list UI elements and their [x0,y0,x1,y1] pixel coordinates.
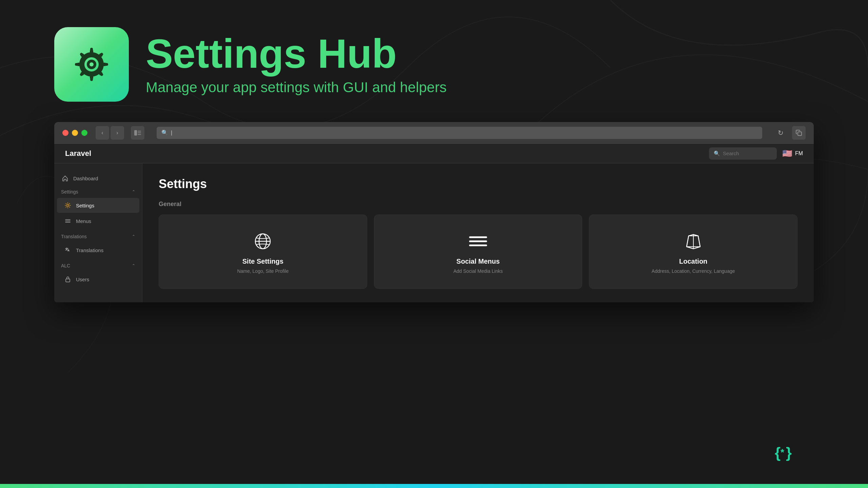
location-subtitle: Address, Location, Currency, Language [652,268,735,275]
sidebar-section-translations: Translations ⌃ Translations [54,231,142,258]
browser-titlebar: ‹ › 🔍 | ↻ [54,122,814,144]
url-bar[interactable]: 🔍 | [157,127,762,139]
sidebar-item-translations[interactable]: Translations [57,243,139,258]
navbar-search-icon: 🔍 [714,150,720,157]
location-title: Location [679,258,707,265]
navbar-search-input[interactable] [723,150,772,156]
hero-title: Settings Hub [146,33,447,74]
app-logo [54,27,129,102]
sidebar-section-translations-header[interactable]: Translations ⌃ [54,231,142,242]
svg-rect-17 [138,134,141,135]
traffic-lights [62,130,87,136]
sidebar-item-settings[interactable]: Settings [57,198,139,213]
social-menus-subtitle: Add Social Media Links [453,268,503,275]
minimize-button[interactable] [72,130,78,136]
site-settings-subtitle: Name, Logo, Site Profile [237,268,289,275]
sidebar-settings-label: Settings [76,203,94,208]
hamburger-icon [469,232,488,251]
svg-rect-15 [138,131,141,131]
app-navbar: Laravel 🔍 🇺🇸 FM [54,144,814,163]
svg-rect-14 [134,130,137,136]
svg-rect-18 [798,132,802,136]
sidebar-section-alc: ALC ⌃ Users [54,260,142,287]
hero-subtitle: Manage your app settings with GUI and he… [146,79,447,96]
svg-point-19 [67,204,69,206]
translate-icon [64,246,72,254]
close-button[interactable] [62,130,68,136]
maximize-button[interactable] [81,130,87,136]
sidebar-section-alc-header[interactable]: ALC ⌃ [54,260,142,271]
globe-icon [253,232,272,251]
location-card[interactable]: Location Address, Location, Currency, La… [589,215,797,289]
url-cursor: | [171,130,172,136]
user-initials: FM [795,150,803,157]
sidebar-section-settings-header[interactable]: Settings ⌃ [54,186,142,197]
site-settings-card[interactable]: Site Settings Name, Logo, Site Profile [159,215,367,289]
svg-text:*: * [781,447,784,458]
sidebar-item-users[interactable]: Users [57,272,139,287]
sidebar-item-menus[interactable]: Menus [57,214,139,228]
alc-section-title: ALC [61,263,70,268]
settings-cards-grid: Site Settings Name, Logo, Site Profile [159,215,797,289]
app-brand: Laravel [65,149,709,158]
back-button[interactable]: ‹ [96,126,109,140]
menu-icon [64,217,72,225]
search-icon: 🔍 [161,129,168,136]
sidebar-menus-label: Menus [76,218,91,224]
forward-button[interactable]: › [111,126,124,140]
navbar-search[interactable]: 🔍 [709,147,777,160]
browser-window: ‹ › 🔍 | ↻ [54,122,814,302]
navbar-locale: 🇺🇸 FM [782,149,803,158]
flag-icon: 🇺🇸 [782,149,792,158]
map-icon [684,232,703,251]
chevron-up-icon: ⌃ [132,189,135,194]
content-area: Settings General [142,163,814,302]
settings-section-title: Settings [61,189,78,195]
copy-button[interactable] [792,126,806,140]
svg-text:}: } [786,444,792,461]
chevron-up-icon-2: ⌃ [132,234,135,239]
bottom-accent-bar [0,484,868,488]
section-label: General [159,201,797,208]
site-settings-title: Site Settings [242,258,283,265]
sidebar-dashboard-label: Dashboard [73,176,98,181]
page-title: Settings [159,177,797,191]
social-menus-title: Social Menus [456,258,500,265]
svg-rect-16 [138,133,141,133]
svg-point-13 [90,62,94,66]
social-menus-card[interactable]: Social Menus Add Social Media Links [374,215,583,289]
sidebar-item-dashboard[interactable]: Dashboard [54,170,142,186]
gear-icon [64,201,72,209]
lock-icon [64,275,72,283]
translations-section-title: Translations [61,234,87,239]
refresh-button[interactable]: ↻ [774,127,787,139]
svg-text:{: { [775,444,781,461]
svg-rect-23 [66,279,70,282]
sidebar-translations-label: Translations [76,247,103,253]
sidebar-toggle-button[interactable] [131,126,144,140]
chevron-up-icon-3: ⌃ [132,263,135,268]
sidebar: Dashboard Settings ⌃ [54,163,142,302]
sidebar-users-label: Users [76,277,89,282]
home-icon [61,174,69,182]
sidebar-section-settings: Settings ⌃ Settings [54,186,142,228]
badge-bottom-right: { * } [773,439,800,468]
